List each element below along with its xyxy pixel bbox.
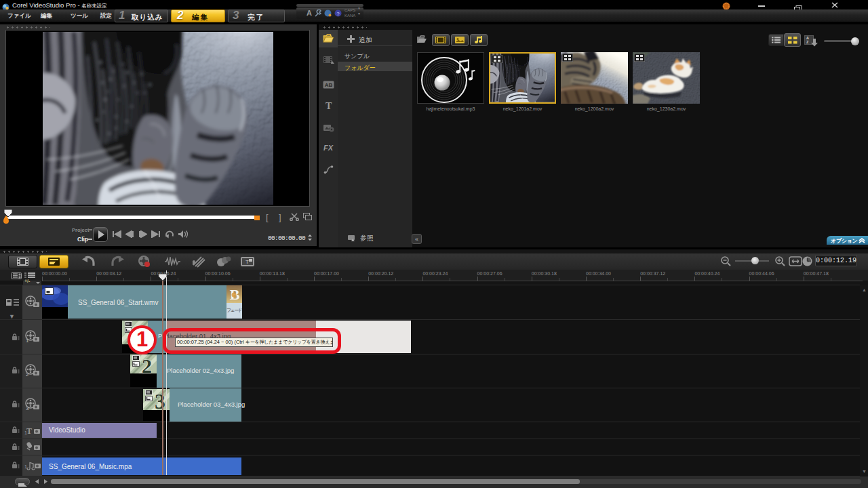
svg-text:?: ?: [336, 11, 340, 17]
svg-text:1: 1: [24, 430, 27, 435]
svg-text:2: 2: [26, 371, 29, 377]
svg-text:3: 3: [155, 389, 165, 410]
svg-text:1: 1: [26, 338, 29, 343]
svg-text:T: T: [245, 259, 249, 265]
svg-text:1: 1: [24, 464, 27, 469]
svg-text:3: 3: [26, 405, 29, 411]
svg-text:AB: AB: [325, 82, 333, 88]
svg-text:2: 2: [142, 354, 152, 373]
svg-text:T: T: [26, 426, 32, 436]
